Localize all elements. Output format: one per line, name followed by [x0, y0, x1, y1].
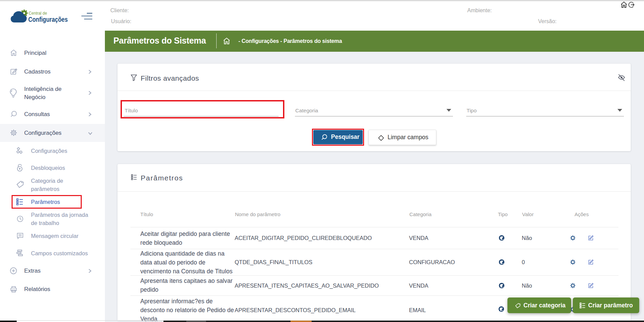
svg-text:Configurações: Configurações — [28, 15, 68, 23]
svg-text:Central de: Central de — [29, 11, 47, 16]
